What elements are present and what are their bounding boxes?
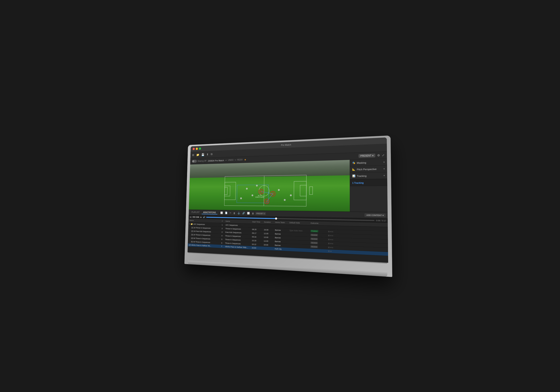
present-label: PRESENT [360, 154, 371, 157]
undo-label[interactable]: UNDO [228, 159, 233, 161]
sharing-switch[interactable] [192, 160, 197, 163]
tracking-chevron-icon: ▾ [383, 174, 385, 177]
row-action-icons[interactable]: ⚙ ▾ [328, 250, 331, 252]
top-bar-right: PRESENT ▾ ⚙ ⤢ [359, 153, 385, 158]
row-action-icons[interactable]: ⚙ ▾ ≡ [328, 230, 333, 232]
row-home-team [274, 224, 288, 228]
skip-back-icon[interactable]: ⏮ [190, 215, 192, 218]
masking-label: Masking [357, 161, 366, 164]
outcome-badge: Neutral [310, 241, 318, 244]
annotation-icon-7[interactable]: ⬜ [246, 211, 251, 215]
video-background: RB | 14 ROBERTS INSIDE [189, 160, 350, 211]
tab-annotations[interactable]: ANNOTATIONS [202, 211, 217, 214]
main-area: RB | 14 ROBERTS INSIDE [189, 159, 388, 212]
masking-chevron-icon: ▾ [383, 161, 385, 163]
volume-icon[interactable]: 🔊 [203, 216, 205, 218]
row-name: [5] 39 Throw In Sequences [191, 241, 210, 243]
row-home-team: Barrow [274, 228, 288, 232]
star-icon[interactable]: ★ [244, 158, 246, 161]
sharing-toggle[interactable]: Sharing Off [192, 159, 206, 163]
outcome-badge: Positive [310, 230, 319, 232]
annotation-icon-2[interactable]: 📄 [224, 211, 228, 215]
next-frame-icon[interactable]: ▶▶ [196, 216, 199, 218]
prev-frame-icon[interactable]: ◀ [192, 215, 194, 218]
laptop-wrapper: Pre Match ⊞ 📁 💾 ⬆ ⧉ Sharing [184, 118, 392, 277]
row-action-icons[interactable]: ⚙ ▾ ≡ [328, 238, 333, 241]
laptop-base [188, 261, 387, 277]
pitch-svg: RB | 14 ROBERTS INSIDE [189, 160, 350, 211]
row-note [288, 232, 309, 237]
row-outcome: Neutral [309, 245, 327, 249]
masking-header[interactable]: 🎭 Masking ▾ [350, 159, 387, 166]
chevron-down-icon: ▾ [372, 154, 374, 157]
tab-playlist[interactable]: PLAYLIST [190, 211, 201, 214]
grid-icon[interactable]: ⊞ [192, 153, 194, 156]
row-num: 7 [220, 245, 224, 248]
present-button[interactable]: PRESENT ▾ [359, 153, 375, 158]
upload-icon[interactable]: ⬆ [206, 153, 209, 156]
preset-chip[interactable]: PRESET 2 [255, 212, 266, 215]
add-content-chevron-icon: ▾ [382, 214, 384, 216]
close-button[interactable] [193, 148, 195, 150]
row-outcome: Neutral [309, 233, 327, 237]
laptop-body: Pre Match ⊞ 📁 💾 ⬆ ⧉ Sharing [184, 135, 392, 277]
redo-label[interactable]: REDO [237, 159, 243, 161]
svg-text:RB | 14: RB | 14 [258, 195, 261, 196]
row-home-team: Barrow [274, 236, 288, 240]
row-name: [2] Vitinho Pass to Nathan Tel... [189, 244, 211, 247]
col-outcome: Outcome [309, 221, 327, 225]
col-start-time: Start Time [251, 220, 263, 224]
row-home-team: Barrow [274, 239, 288, 243]
maximize-button[interactable] [199, 147, 201, 150]
row-note[interactable]: Type Note Here [288, 228, 309, 232]
timeline-thumb[interactable] [275, 217, 277, 219]
row-duration [262, 246, 274, 250]
laptop-container: Pre Match ⊞ 📁 💾 ⬆ ⧉ Sharing [176, 123, 384, 269]
time-display: 0:06 / 0:17 [376, 219, 386, 222]
svg-line-26 [267, 194, 273, 201]
row-outcome: Neutral [309, 237, 327, 241]
row-action-icons[interactable]: ⚙ ▾ ≡ [328, 234, 333, 236]
timeline-progress [206, 217, 276, 219]
row-start-time [251, 224, 263, 228]
minimize-button[interactable] [196, 147, 198, 150]
expand-icon[interactable]: ▾ [189, 223, 190, 225]
add-content-button[interactable]: ADD CONTENT ▾ [364, 213, 386, 217]
window-title: Pre Match [202, 139, 384, 150]
annotation-icon-8[interactable]: 🗑 [251, 211, 255, 215]
layers-icon[interactable]: ⧉ [211, 152, 213, 156]
row-action-icons[interactable]: ⚙ ▾ ≡ [328, 246, 333, 249]
folder-icon: 📁 [191, 223, 193, 225]
row-note [288, 225, 309, 229]
svg-point-17 [251, 194, 253, 196]
row-actions: ⚙ ▾ ≡ [327, 237, 338, 241]
annotation-icon-4[interactable]: 🗑 [233, 211, 236, 215]
pitch-perspective-label: Pitch Perspective [357, 167, 376, 171]
annotation-icon-3[interactable]: ✂ [229, 211, 232, 215]
external-link-icon[interactable]: ⤢ [382, 153, 385, 157]
row-name: [4] 36 Throw In Sequences [191, 237, 210, 240]
save-icon[interactable]: 💾 [201, 153, 204, 156]
annotation-icon-6[interactable]: 🔗 [241, 211, 246, 215]
pitch-perspective-chevron-icon: ▾ [383, 167, 385, 170]
row-action-icons[interactable]: ⚙ ▾ ≡ [328, 242, 333, 245]
row-actions [327, 226, 338, 230]
screen-content: Pre Match ⊞ 📁 💾 ⬆ ⧉ Sharing [188, 137, 388, 263]
svg-rect-6 [310, 187, 313, 194]
row-num: 5 [220, 237, 224, 241]
redo-icon: ↪ [234, 159, 236, 161]
row-duration [263, 224, 274, 228]
svg-rect-8 [300, 185, 306, 196]
annotation-icon-5[interactable]: ⚓ [237, 211, 241, 215]
row-home-team: Barrow [274, 232, 288, 236]
col-duration: Duration [263, 220, 274, 224]
folder-icon[interactable]: 📁 [196, 153, 199, 156]
annotation-icon-1[interactable]: ⬜ [220, 211, 224, 215]
skip-forward-icon[interactable]: ⏭ [200, 216, 202, 218]
settings-icon[interactable]: ⚙ [377, 153, 380, 157]
tracking-header[interactable]: 📊 Tracking ▾ [350, 172, 387, 179]
play-icon[interactable]: ▶ [194, 215, 196, 218]
svg-point-16 [246, 188, 248, 190]
outcome-badge: Neutral [310, 238, 318, 240]
pitch-perspective-header[interactable]: 📐 Pitch Perspective ▾ [350, 165, 387, 173]
